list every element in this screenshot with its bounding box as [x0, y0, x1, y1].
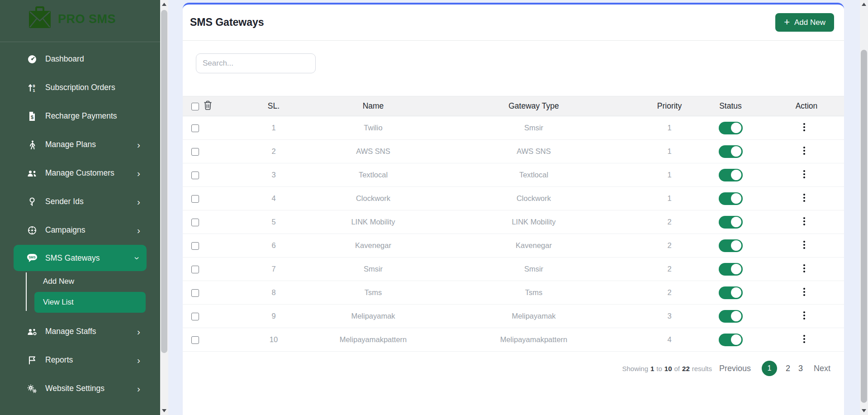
status-toggle[interactable]	[719, 310, 743, 323]
cell-gateway-type: LINK Mobility	[421, 210, 647, 234]
sidebar-nav: Dashboard 91 Subscription Orders $ Recha…	[0, 42, 160, 403]
scroll-up-arrow-icon[interactable]	[162, 3, 166, 6]
row-checkbox[interactable]	[191, 219, 199, 226]
row-checkbox[interactable]	[191, 336, 199, 344]
svg-text:1: 1	[33, 88, 35, 93]
sidebar-item-sender-ids[interactable]: Sender Ids	[0, 187, 160, 216]
pagination-page-3[interactable]: 3	[798, 364, 803, 373]
cell-gateway-type: AWS SNS	[421, 140, 647, 163]
row-checkbox[interactable]	[191, 195, 199, 203]
row-checkbox[interactable]	[191, 172, 199, 179]
add-new-button-label: Add New	[794, 18, 825, 27]
sidebar-item-manage-customers[interactable]: Manage Customers	[0, 159, 160, 187]
sidebar-item-recharge-payments[interactable]: $ Recharge Payments	[0, 102, 160, 130]
row-checkbox[interactable]	[191, 124, 199, 132]
chevron-right-icon	[137, 355, 140, 365]
sidebar-item-sms-gateways[interactable]: SMS SMS Gateways	[14, 245, 147, 271]
sidebar-item-reports[interactable]: Reports	[0, 346, 160, 374]
bulk-delete-trash-icon[interactable]	[204, 100, 212, 112]
table-row: 1 Twilio Smsir 1	[183, 116, 844, 140]
cell-sl: 4	[222, 187, 326, 210]
cell-sl: 1	[222, 116, 326, 140]
select-all-checkbox[interactable]	[191, 103, 199, 110]
submenu-item-add-new[interactable]: Add New	[0, 271, 160, 292]
cell-name: Melipayamakpattern	[326, 328, 421, 352]
kebab-menu-icon[interactable]	[800, 192, 808, 205]
cell-priority: 2	[647, 258, 692, 281]
column-header-name: Name	[326, 96, 421, 116]
pagination-page-1-active[interactable]: 1	[762, 361, 777, 376]
cell-name: AWS SNS	[326, 140, 421, 163]
row-checkbox[interactable]	[191, 148, 199, 156]
sidebar-item-manage-plans[interactable]: Manage Plans	[0, 130, 160, 159]
row-checkbox[interactable]	[191, 313, 199, 320]
status-toggle[interactable]	[719, 192, 743, 205]
results-summary: Showing1to10of22results	[622, 365, 711, 372]
scroll-down-arrow-icon[interactable]	[862, 409, 866, 412]
status-toggle[interactable]	[719, 169, 743, 181]
page-scrollbar[interactable]	[860, 0, 868, 415]
sidebar-scrollbar[interactable]	[160, 0, 168, 415]
sidebar-item-subscription-orders[interactable]: 91 Subscription Orders	[0, 73, 160, 102]
cell-priority: 2	[647, 281, 692, 305]
sidebar-item-manage-staffs[interactable]: Manage Staffs	[0, 317, 160, 346]
cell-name: Twilio	[326, 116, 421, 140]
row-checkbox[interactable]	[191, 289, 199, 297]
page-title: SMS Gateways	[190, 16, 264, 29]
sidebar-scrollbar-thumb[interactable]	[161, 10, 167, 353]
sidebar-item-dashboard[interactable]: Dashboard	[0, 45, 160, 73]
cell-name: LINK Mobility	[326, 210, 421, 234]
cell-sl: 9	[222, 305, 326, 328]
table-header-row: SL. Name Gateway Type Priority Status Ac…	[183, 96, 844, 116]
status-toggle[interactable]	[719, 216, 743, 229]
status-toggle[interactable]	[719, 145, 743, 158]
row-checkbox[interactable]	[191, 242, 199, 250]
submenu-item-view-list[interactable]: View List	[34, 292, 146, 313]
cell-sl: 7	[222, 258, 326, 281]
cell-sl: 2	[222, 140, 326, 163]
manage-plans-icon	[26, 140, 38, 150]
cell-sl: 6	[222, 234, 326, 258]
kebab-menu-icon[interactable]	[800, 310, 808, 323]
table-row: 7 Smsir Smsir 2	[183, 258, 844, 281]
sidebar-item-label: Reports	[45, 355, 73, 365]
kebab-menu-icon[interactable]	[800, 168, 808, 182]
chevron-right-icon	[137, 168, 140, 178]
table-row: 4 Clockwork Clockwork 1	[183, 187, 844, 210]
kebab-menu-icon[interactable]	[800, 286, 808, 300]
cell-priority: 2	[647, 210, 692, 234]
pagination-page-2[interactable]: 2	[786, 364, 790, 373]
cell-priority: 3	[647, 305, 692, 328]
scroll-up-arrow-icon[interactable]	[862, 3, 866, 6]
kebab-menu-icon[interactable]	[800, 121, 808, 135]
kebab-menu-icon[interactable]	[800, 145, 808, 158]
cell-sl: 3	[222, 163, 326, 187]
kebab-menu-icon[interactable]	[800, 215, 808, 229]
cell-gateway-type: Melipayamakpattern	[421, 328, 647, 352]
search-row	[183, 41, 844, 96]
column-header-action: Action	[769, 96, 844, 116]
status-toggle[interactable]	[719, 239, 743, 252]
kebab-menu-icon[interactable]	[800, 333, 808, 347]
page-scrollbar-thumb[interactable]	[861, 50, 867, 403]
submenu-item-label: Add New	[43, 277, 74, 286]
brand-logo[interactable]: PRO SMS	[0, 0, 160, 36]
search-input[interactable]	[196, 53, 316, 73]
status-toggle[interactable]	[719, 334, 743, 346]
sidebar-item-label: Website Settings	[45, 384, 104, 393]
kebab-menu-icon[interactable]	[800, 239, 808, 253]
scroll-down-arrow-icon[interactable]	[162, 409, 166, 412]
pagination-previous[interactable]: Previous	[719, 364, 751, 373]
status-toggle[interactable]	[719, 122, 743, 134]
website-settings-gears-icon	[26, 384, 38, 394]
status-toggle[interactable]	[719, 286, 743, 299]
cell-priority: 1	[647, 187, 692, 210]
sidebar-item-campaigns[interactable]: Campaigns	[0, 216, 160, 244]
pagination-next[interactable]: Next	[814, 364, 830, 373]
status-toggle[interactable]	[719, 263, 743, 276]
row-checkbox[interactable]	[191, 266, 199, 273]
cell-gateway-type: Clockwork	[421, 187, 647, 210]
add-new-button[interactable]: + Add New	[775, 13, 834, 32]
sidebar-item-website-settings[interactable]: Website Settings	[0, 374, 160, 403]
kebab-menu-icon[interactable]	[800, 262, 808, 276]
